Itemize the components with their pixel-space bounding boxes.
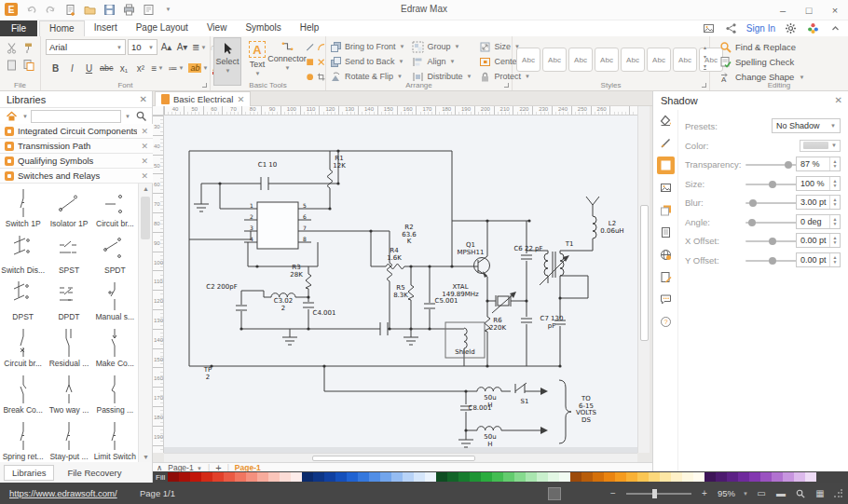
color-swatch[interactable] bbox=[514, 472, 526, 482]
color-swatch[interactable] bbox=[212, 472, 224, 482]
color-swatch[interactable] bbox=[235, 472, 246, 482]
drawing-page[interactable]: C1 10R1 12KR2 63.6 KR3 28KC2 200pFC3.02 … bbox=[164, 116, 637, 453]
circuit-label[interactable]: TP 2 bbox=[204, 367, 212, 381]
color-swatch[interactable] bbox=[570, 472, 581, 482]
value-spinner[interactable]: 0.00 pt▲▼ bbox=[796, 252, 841, 267]
line-panel-icon[interactable] bbox=[657, 134, 675, 152]
color-swatch[interactable] bbox=[716, 472, 727, 482]
circuit-label[interactable]: 50u H bbox=[484, 434, 496, 448]
libraries-close-icon[interactable]: ✕ bbox=[140, 94, 147, 104]
color-swatch[interactable] bbox=[414, 472, 425, 482]
comment-panel-icon[interactable] bbox=[657, 291, 675, 308]
collapse-ribbon-icon[interactable] bbox=[827, 21, 842, 36]
slider-thumb[interactable] bbox=[769, 238, 776, 245]
picture-panel-icon[interactable] bbox=[657, 179, 675, 197]
close-button[interactable]: × bbox=[822, 0, 848, 20]
circuit-label[interactable]: R6 220K bbox=[489, 318, 506, 332]
circuit-label[interactable]: 6 bbox=[303, 213, 307, 221]
circuit-label[interactable]: R2 63.6 K bbox=[402, 225, 417, 246]
color-swatch[interactable] bbox=[772, 472, 783, 482]
color-swatch[interactable] bbox=[671, 472, 682, 482]
color-swatch[interactable] bbox=[168, 472, 179, 482]
styles-more-icon[interactable]: ▾ bbox=[704, 62, 706, 70]
color-swatch[interactable] bbox=[581, 472, 593, 482]
library-symbol[interactable]: Make Co... bbox=[92, 323, 138, 370]
library-close-icon[interactable]: ✕ bbox=[141, 127, 148, 136]
value-spinner[interactable]: 87 %▲▼ bbox=[796, 157, 841, 171]
color-swatch[interactable] bbox=[526, 472, 537, 482]
library-symbol[interactable]: Circuit br... bbox=[0, 323, 46, 370]
style-preset-6[interactable]: Abc bbox=[647, 48, 671, 72]
send-to-back-button[interactable]: Send to Back▼ bbox=[330, 55, 404, 68]
style-preset-5[interactable]: Abc bbox=[621, 48, 645, 72]
circuit-label[interactable]: C1 10 bbox=[258, 162, 277, 170]
highlight-color-icon[interactable]: ab▼ bbox=[187, 61, 209, 75]
slider-thumb[interactable] bbox=[748, 219, 756, 226]
library-symbol[interactable]: Passing ... bbox=[92, 370, 138, 416]
zoom-level[interactable]: 95% bbox=[718, 488, 735, 498]
slider-thumb[interactable] bbox=[749, 199, 757, 207]
library-symbol[interactable]: Residual ... bbox=[46, 323, 91, 370]
vertical-scrollbar[interactable] bbox=[637, 106, 650, 453]
hyperlink-panel-icon[interactable] bbox=[657, 246, 675, 264]
styles-scroll-up-icon[interactable]: ▴ bbox=[704, 44, 706, 50]
tab-symbols[interactable]: Symbols bbox=[236, 20, 290, 36]
color-swatch[interactable] bbox=[179, 472, 190, 482]
library-symbol[interactable]: Manual s... bbox=[92, 277, 138, 323]
scroll-up-icon[interactable]: ▲ bbox=[139, 185, 153, 192]
color-swatch[interactable] bbox=[593, 472, 604, 482]
color-swatch[interactable] bbox=[805, 472, 816, 482]
color-swatch[interactable] bbox=[268, 472, 280, 482]
arrange-dialog-launcher[interactable] bbox=[504, 83, 509, 88]
italic-button[interactable]: I bbox=[65, 61, 79, 75]
color-swatch[interactable] bbox=[738, 472, 749, 482]
cut-icon[interactable] bbox=[4, 40, 19, 55]
color-swatch[interactable] bbox=[626, 472, 637, 482]
connector-tool[interactable]: Connector▼ bbox=[273, 37, 301, 86]
color-swatch[interactable] bbox=[436, 472, 447, 482]
library-close-icon[interactable]: ✕ bbox=[141, 171, 148, 181]
tab-file[interactable]: File bbox=[0, 20, 37, 36]
value-spinner[interactable]: 100 %▲▼ bbox=[796, 176, 841, 191]
library-symbol[interactable]: SPST bbox=[46, 230, 91, 277]
color-swatch[interactable] bbox=[313, 472, 324, 482]
circuit-label[interactable]: 2 bbox=[250, 213, 253, 221]
circuit-label[interactable]: 7 bbox=[303, 225, 307, 232]
circuit-label[interactable]: R4 1.6K bbox=[387, 248, 402, 262]
spelling-check-button[interactable]: Spelling Check bbox=[719, 55, 804, 69]
tab-page-layout[interactable]: Page Layout bbox=[127, 20, 198, 36]
color-swatch[interactable] bbox=[649, 472, 660, 482]
slider-track[interactable] bbox=[745, 202, 803, 204]
style-preset-2[interactable]: Abc bbox=[542, 48, 567, 72]
library-symbol[interactable]: DPDT bbox=[46, 277, 91, 323]
minimize-button[interactable]: – bbox=[770, 0, 796, 20]
circuit-label[interactable]: L2 0.06uH bbox=[600, 221, 623, 235]
tab-insert[interactable]: Insert bbox=[85, 20, 127, 36]
slider-track[interactable] bbox=[745, 240, 803, 242]
paste-special-icon[interactable] bbox=[21, 57, 35, 72]
circuit-label[interactable]: C5.001 bbox=[435, 298, 458, 306]
resize-grip[interactable] bbox=[833, 489, 842, 498]
slider-thumb[interactable] bbox=[769, 257, 776, 265]
bullet-list-icon[interactable]: ≔▼ bbox=[168, 61, 185, 75]
color-swatch[interactable] bbox=[425, 472, 436, 482]
align-menu-icon[interactable]: ≣▼ bbox=[191, 40, 207, 55]
color-swatch[interactable] bbox=[347, 472, 358, 482]
fill-panel-icon[interactable] bbox=[657, 112, 675, 129]
find-replace-button[interactable]: Find & Replace bbox=[719, 40, 804, 54]
library-symbol[interactable]: Isolator 1P bbox=[46, 184, 91, 230]
font-family-select[interactable]: Arial▼ bbox=[46, 39, 126, 55]
zoom-caret-icon[interactable]: ▼ bbox=[743, 491, 748, 497]
library-item[interactable]: Switches and Relays✕ bbox=[0, 169, 153, 184]
color-dropdown[interactable]: ▼ bbox=[800, 140, 841, 152]
library-symbol[interactable]: Switch Dis... bbox=[0, 230, 46, 277]
color-swatch[interactable] bbox=[760, 472, 772, 482]
library-symbol[interactable]: SPDT bbox=[92, 230, 138, 277]
library-item[interactable]: Integrated Circuit Components✕ bbox=[0, 124, 153, 139]
color-swatch[interactable] bbox=[335, 472, 347, 482]
circuit-label[interactable]: R1 12K bbox=[333, 156, 346, 170]
style-panel-icon[interactable] bbox=[657, 201, 675, 219]
fit-width-icon[interactable]: ▬ bbox=[774, 487, 787, 500]
slider-track[interactable] bbox=[745, 164, 803, 166]
library-symbol[interactable]: DPST bbox=[0, 277, 46, 323]
